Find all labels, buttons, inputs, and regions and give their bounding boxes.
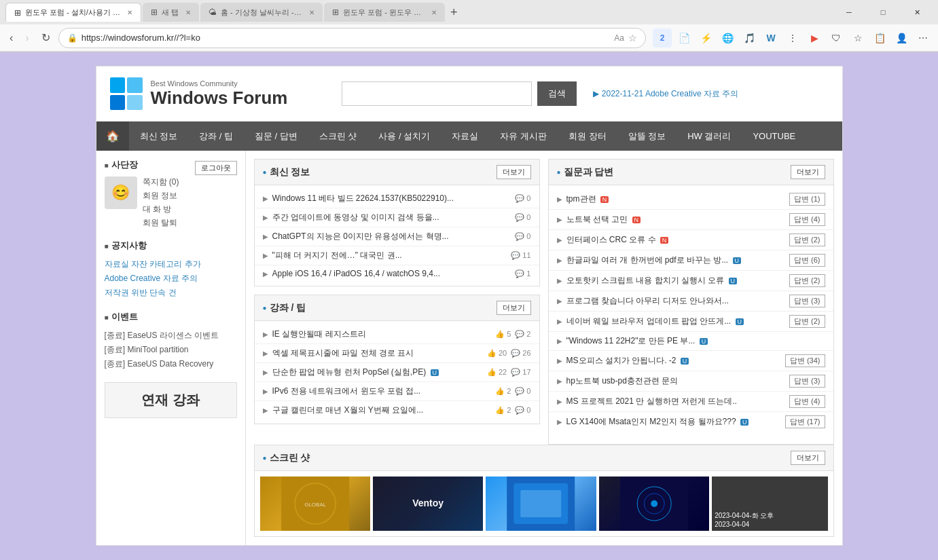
post-title[interactable]: 한글파일 여러 개 한꺼번에 pdf로 바꾸는 방... U [566,255,786,266]
nav-free[interactable]: 자유 게시판 [489,122,558,151]
settings-icon[interactable]: ⋯ [914,29,933,48]
screenshot-item-2[interactable]: Ventoy [373,477,483,531]
bookmark-icon[interactable]: ☆ [628,33,637,43]
post-title[interactable]: "피해 더 커지기 전에…" 대국민 권... [272,250,507,261]
extension-icon-5[interactable]: W [761,29,780,48]
arrow-icon: ▶ [263,195,268,202]
tab-3-close[interactable]: ✕ [309,9,314,16]
list-item: ▶ 네이버 웨일 브라우저 업데이트 팝업 안뜨게... U 답변 (2) [549,312,833,332]
nav-youtube[interactable]: YOUTUBE [742,123,806,149]
arrow-icon: ▶ [557,277,562,284]
tab-2[interactable]: ⊞ 새 탭 ✕ [143,3,199,22]
extension-icon-4[interactable]: 🎵 [740,29,759,48]
nav-usage[interactable]: 사용 / 설치기 [367,122,441,151]
post-title[interactable]: 프로그램 찾습니다 아무리 디저도 안나와서... [566,295,786,307]
search-input[interactable] [342,81,532,106]
minimize-button[interactable]: ─ [833,3,865,22]
url-bar[interactable]: 🔒 https://windowsforum.kr//?l=ko Aa ☆ [58,28,646,48]
post-title[interactable]: MS오피스 설치가 안됩니다. -2 U [566,355,781,367]
post-title[interactable]: 주간 업데이트에 동영상 및 이미지 검색 등을... [272,212,511,223]
nav-hwgallery[interactable]: HW 갤러리 [677,122,742,151]
notice-link-3[interactable]: 저작권 위반 단속 건 [105,286,237,300]
qna-section: 질문과 답변 더보기 ▶ tpm관련 N 답변 (1) ▶ [548,159,834,445]
nav-files[interactable]: 자료실 [441,122,489,151]
screenshot-item-1[interactable]: GLOBAL [260,477,370,531]
qna-more[interactable]: 더보기 [791,165,825,179]
latest-news-more[interactable]: 더보기 [497,165,531,179]
user-link-messages[interactable]: 쪽지함 (0) [143,176,179,188]
nav-screenshot[interactable]: 스크린 샷 [308,122,368,151]
tab-2-close[interactable]: ✕ [185,9,191,16]
user-link-withdraw[interactable]: 회원 탈퇴 [143,217,179,229]
notice-link-2[interactable]: Adobe Creative 자료 주의 [105,272,237,286]
search-button[interactable]: 검색 [537,81,577,106]
qna-col: 질문과 답변 더보기 ▶ tpm관련 N 답변 (1) ▶ [548,159,834,445]
post-title[interactable]: 구글 캘린더로 매년 X월의 Y번째 요일에... [272,405,492,416]
post-title[interactable]: 엑셀 제목표시줄에 파일 전체 경로 표시 [272,348,483,359]
screenshot-item-4[interactable] [599,477,709,531]
logout-button[interactable]: 로그아웃 [195,161,237,175]
header-notice: ▶ 2022-11-21 Adobe Creative 자료 주의 [593,88,738,100]
post-title[interactable]: 노트북 선택 고민 N [566,214,786,225]
user-link-chat[interactable]: 대 화 방 [143,204,179,215]
list-item: ▶ 주간 업데이트에 동영상 및 이미지 검색 등을... 💬 0 [255,208,539,227]
logo-text: Best Windows Community Windows Forum [151,79,288,109]
nav-frugal[interactable]: 알뜰 정보 [617,122,677,151]
reload-button[interactable]: ↻ [37,29,54,47]
notice-link-1[interactable]: 자료실 자잔 카테고리 추가 [105,257,237,272]
extension-icon-6[interactable]: ⋮ [783,29,802,48]
nav-qna[interactable]: 질문 / 답변 [244,122,308,151]
extension-icon-2[interactable]: ⚡ [696,29,715,48]
back-button[interactable]: ‹ [5,29,17,47]
collections-icon[interactable]: 📋 [870,29,889,48]
post-title[interactable]: 오토핫키 스크립트 내용 합치기 실행시 오류 U [566,275,786,286]
post-title[interactable]: 단순한 팝업 메뉴형 런처 PopSel (실험,PE) U [272,367,483,378]
post-title[interactable]: "Windows 11 22H2"로 만든 PE 부... U [566,335,825,347]
nav-lecture[interactable]: 강좌 / 팁 [188,122,244,151]
tab-4-label: 윈도우 포럼 - 윈도우 사용자 모... [343,7,425,18]
edge-icon[interactable]: 🛡 [827,29,846,48]
screenshots-more[interactable]: 더보기 [791,451,825,465]
post-title[interactable]: MS 프로젝트 2021 만 실행하면 저런게 뜨는데.. [566,396,786,407]
tab-1[interactable]: ⊞ 윈도우 포럼 - 설치/사용기 - http... ✕ [5,3,141,22]
pdf-icon[interactable]: 📄 [674,29,693,48]
post-title[interactable]: LG X140에 Msata인지 M2인지 적용 될까요??? U [566,416,781,428]
new-tab-button[interactable]: + [446,5,462,20]
event-link-3[interactable]: [종료] EaseUS Data Recovery [105,357,237,371]
lectures-more[interactable]: 더보기 [497,301,531,315]
post-title[interactable]: Windows 11 베타 빌드 22624.1537(KB5022910)..… [272,193,511,204]
post-title[interactable]: tpm관련 N [566,193,786,205]
tab-3[interactable]: 🌤 홈 - 기상청 날씨누리 - https://w... ✕ [200,3,323,22]
youtube-icon[interactable]: ▶ [805,29,824,48]
tab-1-close[interactable]: ✕ [127,9,132,16]
nav-latest[interactable]: 최신 정보 [129,122,189,151]
post-title[interactable]: hp노트북 usb-pd충전관련 문의 [566,375,786,387]
extension-icon-3[interactable]: 🌐 [718,29,737,48]
screenshot-item-3[interactable] [486,477,596,531]
close-button[interactable]: ✕ [901,3,933,22]
svg-point-9 [651,500,657,507]
post-title[interactable]: ChatGPT의 지능은 0이지만 유용성에서는 혁명... [272,231,511,242]
favorites-icon[interactable]: ☆ [848,29,867,48]
nav-home[interactable]: 🏠 [96,122,129,151]
nav-market[interactable]: 회원 장터 [558,122,617,151]
post-title[interactable]: IE 실행안될때 레지스트리 [272,329,492,340]
post-title[interactable]: 인터페이스 CRC 오류 수 N [566,234,786,246]
extension-icon-1[interactable]: 2 [653,29,672,48]
arrow-icon: ▶ [263,252,268,259]
tab-4-close[interactable]: ✕ [431,9,437,16]
event-link-2[interactable]: [종료] MiniTool partition [105,343,237,357]
maximize-button[interactable]: □ [867,3,899,22]
post-title[interactable]: IPv6 전용 네트워크에서 윈도우 포럼 접... [272,386,492,397]
screenshot-item-5[interactable]: 2023-04-04-화 오후 2023-04-04 [712,477,827,531]
latest-news-header: 최신 정보 더보기 [255,160,539,185]
forward-button[interactable]: › [21,29,33,47]
event-link-1[interactable]: [종료] EaseUS 라이센스 이벤트 [105,329,237,343]
post-title[interactable]: Apple iOS 16,4 / iPadOS 16,4 / watchOS 9… [272,269,511,278]
sidebar-notice-title: 공지사항 [105,240,237,252]
user-link-profile[interactable]: 회원 정보 [143,190,179,202]
tab-4[interactable]: ⊞ 윈도우 포럼 - 윈도우 사용자 모... ✕ [324,3,445,22]
post-title[interactable]: 네이버 웨일 브라우저 업데이트 팝업 안뜨게... U [566,316,786,327]
profile-icon[interactable]: 👤 [892,29,911,48]
like-count: 👍 2 [495,406,511,415]
